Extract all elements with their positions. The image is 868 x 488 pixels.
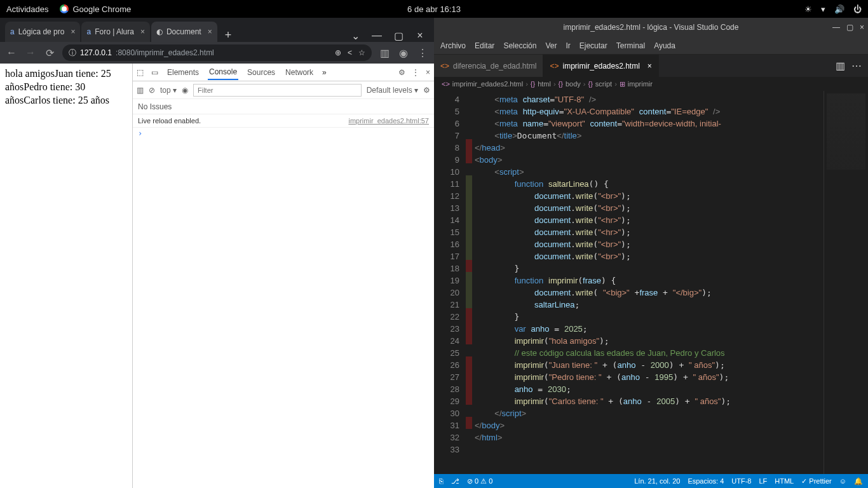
editor-tab-0[interactable]: <>diferencia_de_edad.html bbox=[434, 55, 543, 77]
kebab-icon[interactable]: ⋮ bbox=[412, 68, 419, 77]
levels-selector[interactable]: Default levels ▾ bbox=[367, 86, 418, 95]
code-area[interactable]: <meta charset="UTF-8" /> <meta http-equi… bbox=[472, 91, 824, 474]
breadcrumb-icon: {} bbox=[559, 80, 563, 88]
filter-input[interactable] bbox=[193, 84, 362, 97]
menu-icon[interactable]: ⋮ bbox=[416, 47, 429, 59]
source-control-icon[interactable]: ⎇ bbox=[451, 477, 459, 485]
bell-icon[interactable]: 🔔 bbox=[854, 477, 863, 485]
activities-button[interactable]: Actividades bbox=[6, 4, 48, 14]
breadcrumb-item[interactable]: html bbox=[538, 80, 551, 88]
menu-archivo[interactable]: Archivo bbox=[440, 41, 466, 50]
sidepanel-icon[interactable]: ▥ bbox=[378, 47, 391, 59]
minimap[interactable] bbox=[824, 91, 868, 474]
editor-tabs: <>diferencia_de_edad.html <>imprimir_eda… bbox=[434, 55, 868, 77]
vscode-titlebar: imprimir_edades2.html - lógica - Visual … bbox=[434, 18, 868, 37]
change-marks bbox=[466, 91, 472, 474]
tab-network[interactable]: Network bbox=[284, 65, 315, 79]
tabs-dropdown-icon[interactable]: ⌄ bbox=[346, 30, 364, 42]
forward-button[interactable]: → bbox=[24, 47, 37, 58]
menu-terminal[interactable]: Terminal bbox=[616, 41, 645, 50]
close-icon[interactable]: × bbox=[140, 27, 145, 36]
breadcrumb-item[interactable]: body bbox=[566, 80, 581, 88]
back-button[interactable]: ← bbox=[5, 47, 18, 58]
status-bar: ⎘ ⎇ ⊘ 0 ⚠ 0 Lín. 21, col. 20 Espacios: 4… bbox=[434, 474, 868, 488]
console-sidebar-icon[interactable]: ▥ bbox=[137, 86, 144, 95]
breadcrumb-icon: ⊞ bbox=[620, 80, 625, 88]
wifi-icon[interactable]: ▾ bbox=[821, 4, 825, 14]
feedback-icon[interactable]: ☺ bbox=[839, 477, 846, 485]
eye-icon[interactable]: ◉ bbox=[182, 86, 188, 95]
chrome-tabstrip: aLógica de pro× aForo | Alura× ◐Document… bbox=[0, 18, 434, 42]
menu-ejecutar[interactable]: Ejecutar bbox=[580, 41, 607, 50]
brightness-icon[interactable]: ☀ bbox=[804, 4, 812, 14]
editor[interactable]: 4567891011121314151617181920212223242526… bbox=[434, 91, 868, 474]
menu-editar[interactable]: Editar bbox=[475, 41, 494, 50]
active-app[interactable]: Google Chrome bbox=[60, 4, 131, 14]
breadcrumb-icon: {} bbox=[531, 80, 535, 88]
reload-button[interactable]: ⟳ bbox=[43, 47, 56, 59]
volume-icon[interactable]: 🔊 bbox=[834, 4, 844, 14]
maximize-icon[interactable]: ▢ bbox=[846, 23, 853, 32]
gear-icon[interactable]: ⚙ bbox=[398, 68, 405, 77]
site-info-icon[interactable]: ⓘ bbox=[69, 48, 76, 58]
encoding[interactable]: UTF-8 bbox=[731, 477, 751, 485]
problems[interactable]: ⊘ 0 ⚠ 0 bbox=[467, 477, 492, 485]
menu-ayuda[interactable]: Ayuda bbox=[654, 41, 675, 50]
close-icon[interactable]: × bbox=[648, 62, 652, 71]
page-content: hola amigosJuan tiene: 25 añosPedro tien… bbox=[0, 64, 132, 488]
browser-tab-0[interactable]: aLógica de pro× bbox=[5, 22, 80, 42]
close-icon[interactable]: × bbox=[208, 27, 212, 36]
cursor-position[interactable]: Lín. 21, col. 20 bbox=[634, 477, 680, 485]
minimize-icon[interactable]: — bbox=[832, 23, 840, 32]
editor-tab-1[interactable]: <>imprimir_edades2.html× bbox=[543, 55, 658, 77]
log-source-link[interactable]: imprimir_edades2.html:57 bbox=[348, 117, 429, 125]
close-icon[interactable]: × bbox=[426, 68, 430, 77]
console-prompt[interactable]: › bbox=[133, 128, 434, 139]
context-selector[interactable]: top ▾ bbox=[160, 86, 177, 95]
maximize-icon[interactable]: ▢ bbox=[390, 30, 407, 42]
new-tab-button[interactable]: + bbox=[219, 29, 238, 42]
tab-console[interactable]: Console bbox=[208, 65, 238, 80]
menu-ir[interactable]: Ir bbox=[566, 41, 570, 50]
browser-tab-2[interactable]: ◐Document× bbox=[151, 22, 217, 42]
close-icon[interactable]: × bbox=[71, 27, 75, 36]
share-icon[interactable]: < bbox=[348, 48, 352, 57]
browser-tab-1[interactable]: aForo | Alura× bbox=[81, 22, 150, 42]
language-mode[interactable]: HTML bbox=[775, 477, 794, 485]
breadcrumb[interactable]: <> imprimir_edades2.html›{} html›{} body… bbox=[434, 77, 868, 91]
minimize-icon[interactable]: — bbox=[368, 30, 386, 42]
chrome-toolbar: ← → ⟳ ⓘ 127.0.0.1:8080/imprimir_edades2.… bbox=[0, 42, 434, 64]
chrome-window: aLógica de pro× aForo | Alura× ◐Document… bbox=[0, 18, 434, 488]
breadcrumb-item[interactable]: imprimir_edades2.html bbox=[452, 80, 523, 88]
translate-icon[interactable]: ⊕ bbox=[335, 48, 341, 57]
indent[interactable]: Espacios: 4 bbox=[688, 477, 724, 485]
menu-ver[interactable]: Ver bbox=[545, 41, 557, 50]
tab-sources[interactable]: Sources bbox=[246, 65, 276, 79]
vscode-window: imprimir_edades2.html - lógica - Visual … bbox=[434, 18, 868, 488]
tab-elements[interactable]: Elements bbox=[166, 65, 200, 79]
address-bar[interactable]: ⓘ 127.0.0.1:8080/imprimir_edades2.html ⊕… bbox=[62, 44, 372, 61]
device-icon[interactable]: ▭ bbox=[151, 68, 158, 77]
prettier-status[interactable]: ✓ Prettier bbox=[801, 477, 832, 485]
power-icon[interactable]: ⏻ bbox=[853, 4, 862, 14]
spinner-icon: ◐ bbox=[156, 27, 163, 36]
close-icon[interactable]: × bbox=[411, 30, 429, 42]
breadcrumb-item[interactable]: script bbox=[595, 80, 612, 88]
remote-icon[interactable]: ⎘ bbox=[439, 477, 444, 485]
more-icon[interactable]: ⋯ bbox=[851, 60, 862, 72]
bookmark-icon[interactable]: ☆ bbox=[358, 48, 365, 57]
issues-bar[interactable]: No Issues bbox=[133, 99, 434, 114]
breadcrumb-item[interactable]: imprimir bbox=[628, 80, 653, 88]
line-gutter: 4567891011121314151617181920212223242526… bbox=[434, 91, 466, 474]
more-tabs-icon[interactable]: » bbox=[322, 68, 327, 77]
menu-selección[interactable]: Selección bbox=[503, 41, 536, 50]
eol[interactable]: LF bbox=[759, 477, 767, 485]
clear-console-icon[interactable]: ⊘ bbox=[149, 86, 155, 95]
inspect-icon[interactable]: ⬚ bbox=[137, 68, 144, 77]
gear-icon[interactable]: ⚙ bbox=[423, 86, 430, 95]
clock[interactable]: 6 de abr 16:13 bbox=[407, 4, 461, 14]
close-icon[interactable]: × bbox=[860, 23, 864, 32]
profile-icon[interactable]: ◉ bbox=[397, 47, 410, 59]
html-file-icon: <> bbox=[550, 62, 559, 71]
split-editor-icon[interactable]: ▥ bbox=[836, 60, 845, 72]
